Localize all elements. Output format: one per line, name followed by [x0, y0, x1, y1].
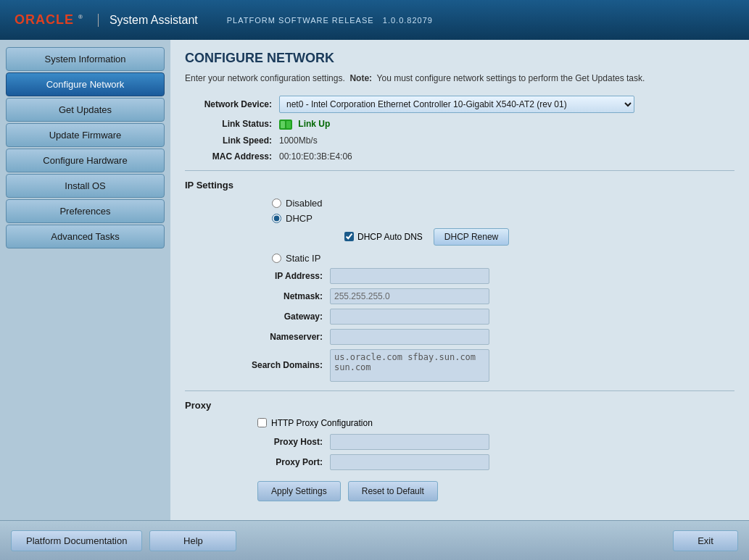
apply-settings-button[interactable]: Apply Settings: [257, 481, 341, 501]
gateway-input[interactable]: [330, 309, 489, 325]
nameserver-field-row: Nameserver:: [185, 329, 734, 345]
page-description: Enter your network configuration setting…: [185, 72, 734, 85]
link-up-text: Link Up: [298, 119, 330, 129]
static-ip-radio[interactable]: [272, 254, 281, 263]
nameserver-input[interactable]: [330, 329, 489, 345]
link-up-icon: [279, 120, 292, 130]
netmask-label: Netmask:: [185, 291, 330, 301]
search-domains-label: Search Domains:: [185, 360, 330, 370]
sidebar-item-configure-hardware[interactable]: Configure Hardware: [6, 149, 165, 172]
netmask-field-row: Netmask:: [185, 288, 734, 304]
content-area: CONFIGURE NETWORK Enter your network con…: [170, 40, 749, 520]
mac-address-value: 00:10:E0:3B:E4:06: [279, 151, 352, 162]
platform-release-label: PLATFORM SOFTWARE RELEASE: [227, 16, 374, 25]
sidebar-item-advanced-tasks[interactable]: Advanced Tasks: [6, 225, 165, 248]
proxy-host-label: Proxy Host:: [185, 437, 330, 447]
sidebar-item-preferences[interactable]: Preferences: [6, 199, 165, 223]
mac-address-label: MAC Address:: [185, 151, 279, 162]
link-status-value: Link Up: [279, 119, 330, 130]
http-proxy-label: HTTP Proxy Configuration: [271, 418, 373, 428]
proxy-port-label: Proxy Port:: [185, 457, 330, 467]
sidebar-item-system-information[interactable]: System Information: [6, 47, 165, 71]
link-speed-label: Link Speed:: [185, 135, 279, 146]
footer: Platform Documentation Help Exit: [0, 520, 749, 560]
ip-address-input[interactable]: [330, 268, 489, 284]
sidebar: System Information Configure Network Get…: [0, 40, 170, 520]
help-button[interactable]: Help: [149, 530, 236, 551]
proxy-port-input[interactable]: [330, 454, 489, 470]
exit-button[interactable]: Exit: [673, 530, 738, 551]
dhcp-renew-button[interactable]: DHCP Renew: [434, 228, 509, 246]
oracle-logo: ORACLE ®: [15, 12, 83, 28]
proxy-host-input[interactable]: [330, 434, 489, 450]
nameserver-label: Nameserver:: [185, 332, 330, 342]
http-proxy-checkbox-row: HTTP Proxy Configuration: [257, 418, 734, 428]
sidebar-item-get-updates[interactable]: Get Updates: [6, 98, 165, 122]
sidebar-item-configure-network[interactable]: Configure Network: [6, 72, 165, 96]
network-device-dropdown[interactable]: net0 - Intel Corporation Ethernet Contro…: [279, 96, 634, 113]
platform-release: PLATFORM SOFTWARE RELEASE 1.0.0.82079: [227, 16, 433, 25]
description-suffix: You must configure network settings to p…: [377, 73, 645, 83]
disabled-label: Disabled: [286, 198, 323, 209]
network-device-row: Network Device: net0 - Intel Corporation…: [185, 96, 734, 113]
gateway-label: Gateway:: [185, 312, 330, 322]
platform-documentation-button[interactable]: Platform Documentation: [11, 530, 142, 551]
ip-address-label: IP Address:: [185, 271, 330, 281]
sidebar-item-install-os[interactable]: Install OS: [6, 174, 165, 198]
reset-to-default-button[interactable]: Reset to Default: [348, 481, 438, 501]
version-number: 1.0.0.82079: [383, 16, 433, 25]
dhcp-label: DHCP: [286, 213, 313, 224]
ip-settings-divider: [185, 170, 734, 171]
dhcp-auto-dns-text: DHCP Auto DNS: [357, 232, 423, 242]
gateway-field-row: Gateway:: [185, 309, 734, 325]
sidebar-item-update-firmware[interactable]: Update Firmware: [6, 123, 165, 147]
header: ORACLE ® System Assistant PLATFORM SOFTW…: [0, 0, 749, 40]
link-speed-row: Link Speed: 1000Mb/s: [185, 135, 734, 146]
note-label: Note:: [349, 73, 372, 83]
mac-address-row: MAC Address: 00:10:E0:3B:E4:06: [185, 151, 734, 162]
proxy-port-field-row: Proxy Port:: [185, 454, 734, 470]
dhcp-radio-row: DHCP: [272, 213, 734, 224]
oracle-red: ORACLE: [15, 12, 74, 27]
network-device-label: Network Device:: [185, 99, 279, 109]
description-prefix: Enter your network configuration setting…: [185, 73, 345, 83]
system-assistant-title: System Assistant: [98, 14, 198, 27]
ip-settings-section: IP Settings Disabled DHCP DHCP Auto DNS …: [185, 180, 734, 382]
action-buttons: Apply Settings Reset to Default: [257, 481, 734, 501]
search-domains-field-row: Search Domains: us.oracle.com sfbay.sun.…: [185, 349, 734, 382]
static-ip-radio-row: Static IP: [272, 253, 734, 264]
link-speed-value: 1000Mb/s: [279, 135, 318, 146]
dhcp-auto-dns-label: DHCP Auto DNS: [344, 232, 423, 242]
main-layout: System Information Configure Network Get…: [0, 40, 749, 520]
proxy-divider: [185, 390, 734, 391]
link-status-row: Link Status: Link Up: [185, 119, 734, 130]
proxy-section: Proxy HTTP Proxy Configuration Proxy Hos…: [185, 400, 734, 470]
dhcp-radio[interactable]: [272, 214, 281, 223]
netmask-input[interactable]: [330, 288, 489, 304]
static-ip-label: Static IP: [286, 253, 320, 264]
proxy-host-field-row: Proxy Host:: [185, 434, 734, 450]
link-status-label: Link Status:: [185, 119, 279, 129]
disabled-radio-row: Disabled: [272, 198, 734, 209]
dhcp-auto-dns-checkbox[interactable]: [344, 232, 354, 241]
search-domains-textarea[interactable]: us.oracle.com sfbay.sun.com sun.com: [330, 349, 489, 382]
proxy-title: Proxy: [185, 400, 734, 411]
ip-address-field-row: IP Address:: [185, 268, 734, 284]
page-title: CONFIGURE NETWORK: [185, 51, 734, 66]
http-proxy-checkbox[interactable]: [257, 418, 267, 427]
ip-settings-title: IP Settings: [185, 180, 734, 191]
disabled-radio[interactable]: [272, 198, 281, 208]
dhcp-options-row: DHCP Auto DNS DHCP Renew: [344, 228, 734, 246]
